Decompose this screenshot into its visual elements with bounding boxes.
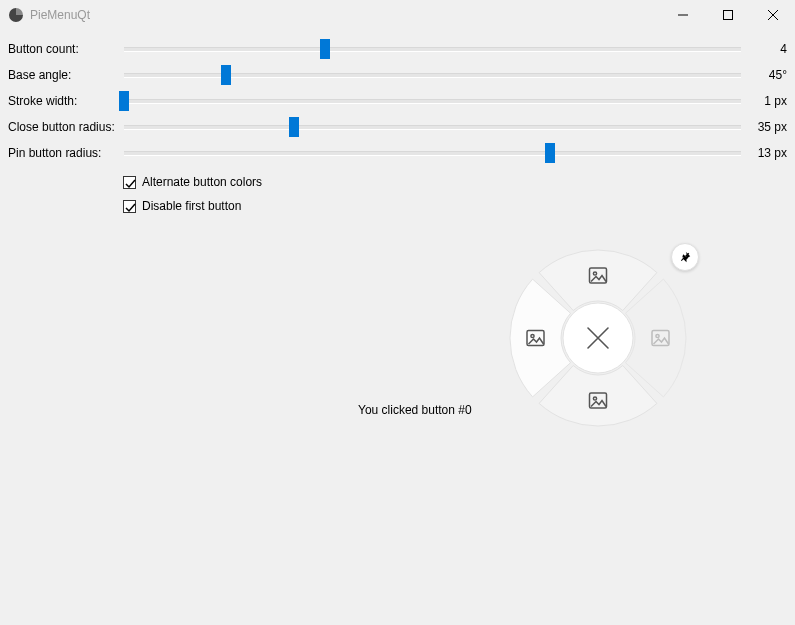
alternate-colors-label: Alternate button colors [142, 175, 262, 189]
app-window: PieMenuQt Button count: 4 Base angle: 45… [0, 0, 795, 625]
window-title: PieMenuQt [30, 8, 660, 22]
pin-button[interactable] [671, 243, 699, 271]
base-angle-label: Base angle: [8, 68, 118, 82]
app-icon [8, 7, 24, 23]
status-text: You clicked button #0 [358, 403, 472, 417]
minimize-button[interactable] [660, 0, 705, 30]
stroke-width-slider[interactable] [124, 91, 741, 111]
pin-radius-label: Pin button radius: [8, 146, 118, 160]
stroke-width-label: Stroke width: [8, 94, 118, 108]
disable-first-checkbox[interactable] [123, 200, 136, 213]
svg-rect-0 [723, 11, 732, 20]
pin-radius-slider[interactable] [124, 143, 741, 163]
disable-first-label: Disable first button [142, 199, 241, 213]
alternate-colors-checkbox[interactable] [123, 176, 136, 189]
pin-radius-value: 13 px [747, 146, 787, 160]
close-button[interactable] [750, 0, 795, 30]
base-angle-slider[interactable] [124, 65, 741, 85]
button-count-slider[interactable] [124, 39, 741, 59]
titlebar: PieMenuQt [0, 0, 795, 30]
button-count-label: Button count: [8, 42, 118, 56]
close-radius-slider[interactable] [124, 117, 741, 137]
pie-menu [508, 248, 688, 428]
close-radius-value: 35 px [747, 120, 787, 134]
maximize-button[interactable] [705, 0, 750, 30]
pie-close-button[interactable] [563, 303, 633, 373]
stroke-width-value: 1 px [747, 94, 787, 108]
button-count-value: 4 [747, 42, 787, 56]
base-angle-value: 45° [747, 68, 787, 82]
close-radius-label: Close button radius: [8, 120, 118, 134]
